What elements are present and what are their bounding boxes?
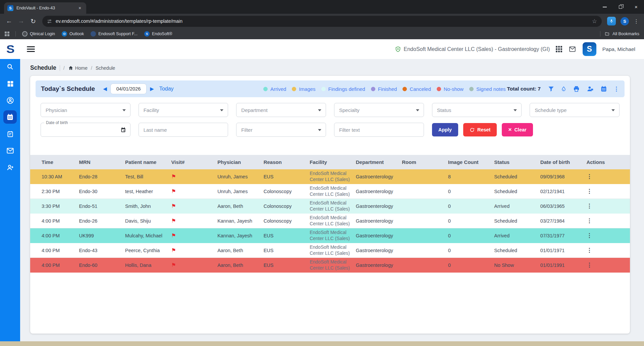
legend-item-images[interactable]: Images: [292, 86, 315, 92]
legend-item-findings-defined[interactable]: Findings defined: [321, 86, 365, 92]
bookmark-star-icon[interactable]: ☆: [592, 18, 597, 25]
cell-physician: Kannan, Jayesh: [215, 214, 261, 228]
legend-item-no-show[interactable]: No-show: [437, 86, 464, 92]
legend-label: Arrived: [270, 86, 286, 92]
row-actions-button[interactable]: ⋮: [586, 232, 592, 239]
specialty-select[interactable]: Specialty: [334, 103, 424, 117]
organization-selector[interactable]: EndoSoft Medical Center LLC (Sales) - Ga…: [395, 46, 550, 53]
visit-flag-icon: ⚑: [171, 233, 176, 238]
row-actions-button[interactable]: ⋮: [586, 247, 592, 253]
filter-text-input[interactable]: [334, 123, 424, 137]
sidebar-item-schedule[interactable]: [3, 110, 17, 124]
row-actions-button[interactable]: ⋮: [586, 203, 592, 209]
cell-room: [399, 169, 445, 184]
bookmark-endosoft-support[interactable]: Endosoft Support F...: [88, 30, 140, 38]
bookmark-qlinical-login[interactable]: Qlinical Login: [20, 30, 57, 38]
browser-menu-icon[interactable]: ⋮: [634, 18, 639, 24]
physician-select[interactable]: Physician: [41, 103, 130, 117]
clear-button[interactable]: × Clear: [502, 123, 533, 136]
support-icon: [91, 31, 96, 37]
today-button[interactable]: Today: [159, 86, 174, 92]
print-icon[interactable]: [573, 85, 580, 92]
clipboard-icon: [7, 130, 14, 137]
calendar-view-icon[interactable]: [600, 85, 607, 92]
window-close-button[interactable]: ×: [628, 0, 644, 14]
menu-toggle-button[interactable]: [27, 46, 35, 52]
bookmark-endosoft[interactable]: S EndoSoft®: [142, 30, 175, 38]
sidebar-item-dashboard[interactable]: [3, 77, 17, 90]
date-of-birth-field[interactable]: Date of birth: [41, 123, 130, 137]
search-icon: [6, 63, 14, 70]
sidebar-item-messages[interactable]: [3, 144, 17, 157]
sidebar-item-patients[interactable]: [3, 94, 17, 107]
row-actions-button[interactable]: ⋮: [586, 262, 592, 268]
browser-tab[interactable]: S EndoVault - Endo-43 ×: [4, 2, 86, 14]
site-settings-icon[interactable]: [47, 19, 52, 24]
sidebar-item-tasks[interactable]: [3, 127, 17, 140]
previous-day-button[interactable]: ◀: [101, 86, 109, 92]
apps-grid-icon[interactable]: [556, 46, 562, 52]
mic-extension-icon[interactable]: [607, 17, 616, 25]
user-avatar[interactable]: S: [583, 42, 596, 56]
legend-item-finished[interactable]: Finished: [371, 86, 397, 92]
cell-time: 4:00 PM: [30, 214, 76, 228]
cell-time: 10:30 AM: [30, 169, 76, 184]
reload-button[interactable]: ↻: [28, 15, 39, 27]
window-restore-button[interactable]: [612, 0, 628, 14]
sidebar-item-add-user[interactable]: [3, 161, 17, 174]
legend-item-arrived[interactable]: Arrived: [263, 86, 286, 92]
filter-icon[interactable]: [548, 85, 554, 92]
schedule-type-select[interactable]: Schedule type: [530, 103, 620, 117]
schedule-row[interactable]: 3:30 PMEndo-51Smith, John⚑Aaron, BethCol…: [30, 199, 630, 214]
row-actions-button[interactable]: ⋮: [586, 218, 592, 224]
facility-select[interactable]: Facility: [139, 103, 228, 117]
next-day-button[interactable]: ▶: [148, 86, 156, 92]
schedule-row[interactable]: 4:00 PMEndo-60Hollis, Dana⚑Aaron, BethEU…: [30, 258, 630, 273]
status-select[interactable]: Status: [432, 103, 522, 117]
breadcrumb-home-link[interactable]: Home: [68, 65, 88, 71]
date-picker[interactable]: 04/01/2026: [110, 83, 147, 94]
filter-row-1: Physician Facility Department Specialty …: [36, 103, 625, 117]
schedule-row[interactable]: 4:00 PMEndo-43Peerce, Cynthia⚑Aaron, Bet…: [30, 243, 630, 258]
endosoft-extension-icon[interactable]: S: [621, 17, 629, 25]
user-name: Papa, Michael: [602, 46, 635, 52]
filter-select[interactable]: Filter: [236, 123, 326, 137]
more-options-icon[interactable]: ⋮: [613, 85, 619, 93]
sidebar-item-search[interactable]: [3, 60, 17, 73]
bookmark-outlook[interactable]: O Outlook: [59, 30, 86, 38]
column-header-image-count: Image Count: [445, 155, 492, 169]
reset-button[interactable]: Reset: [463, 123, 497, 136]
legend-item-canceled[interactable]: Canceled: [402, 86, 431, 92]
cell-visit: ⚑: [169, 214, 215, 228]
app-logo[interactable]: S: [0, 39, 20, 59]
legend-dot-icon: [321, 87, 326, 91]
window-minimize-button[interactable]: [597, 0, 612, 14]
tab-groups-icon[interactable]: [5, 32, 9, 36]
endosoft-icon: S: [144, 31, 150, 37]
department-select[interactable]: Department: [236, 103, 326, 117]
apply-button[interactable]: Apply: [432, 123, 458, 136]
back-button[interactable]: ←: [3, 15, 15, 27]
legend-dot-icon: [371, 87, 375, 91]
staff-icon[interactable]: [586, 85, 594, 92]
schedule-row[interactable]: 10:30 AMEndo-28Test, Bill⚑Unruh, JamesEU…: [30, 169, 630, 184]
date-picker-icon[interactable]: [120, 127, 126, 133]
all-bookmarks-button[interactable]: All Bookmarks: [604, 32, 639, 36]
cell-department: Gastroenterology: [353, 243, 399, 258]
schedule-row[interactable]: 4:00 PMEndo-26Davis, Shiju⚑Kannan, Jayes…: [30, 214, 630, 228]
column-header-visit-: Visit#: [169, 155, 215, 169]
forward-button[interactable]: →: [15, 15, 27, 27]
last-name-input[interactable]: [139, 123, 228, 137]
schedule-row[interactable]: 4:00 PMUK999Mulcahy, Michael⚑Kannan, Jay…: [30, 228, 630, 243]
row-actions-button[interactable]: ⋮: [586, 173, 592, 180]
cleaning-icon[interactable]: [561, 85, 567, 93]
row-actions-button[interactable]: ⋮: [586, 188, 592, 194]
mail-header-icon[interactable]: [568, 46, 577, 53]
tab-close-icon[interactable]: ×: [77, 5, 83, 11]
address-bar[interactable]: ev.endosoft.com/#/administration/templat…: [42, 16, 602, 27]
legend-item-signed-notes[interactable]: Signed notes: [469, 86, 506, 92]
cell-dob: 09/09/1968: [538, 169, 584, 184]
cell-physician: Aaron, Beth: [215, 258, 261, 273]
schedule-row[interactable]: 2:30 PMEndo-30test, Heather⚑Unruh, James…: [30, 184, 630, 199]
url-text[interactable]: ev.endosoft.com/#/administration/templat…: [56, 18, 588, 24]
